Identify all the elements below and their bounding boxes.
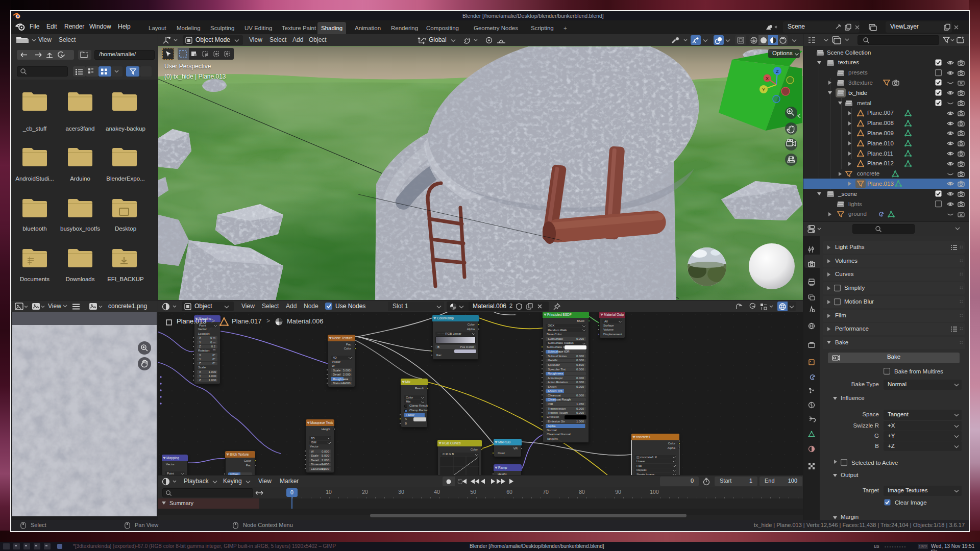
svg-text:bluetooth: bluetooth bbox=[22, 226, 46, 232]
svg-text:BlenderExpo...: BlenderExpo... bbox=[106, 176, 144, 182]
svg-text:Downloads: Downloads bbox=[66, 276, 95, 282]
svg-text:Documents: Documents bbox=[20, 276, 50, 282]
svg-text:X: X bbox=[766, 76, 769, 81]
svg-text:Y: Y bbox=[762, 87, 765, 92]
svg-text:anakey-backup: anakey-backup bbox=[106, 126, 145, 132]
svg-text:_cb_stuff: _cb_stuff bbox=[22, 126, 47, 132]
svg-text:AndroidStudi...: AndroidStudi... bbox=[15, 176, 54, 182]
svg-text:acers3fand: acers3fand bbox=[66, 126, 95, 132]
svg-text:EFI_BACKUP: EFI_BACKUP bbox=[107, 276, 144, 282]
svg-text:Desktop: Desktop bbox=[115, 226, 136, 232]
svg-text:Z: Z bbox=[776, 69, 779, 74]
svg-text:Arduino: Arduino bbox=[70, 176, 90, 182]
svg-text:busybox_rootfs: busybox_rootfs bbox=[60, 226, 100, 232]
